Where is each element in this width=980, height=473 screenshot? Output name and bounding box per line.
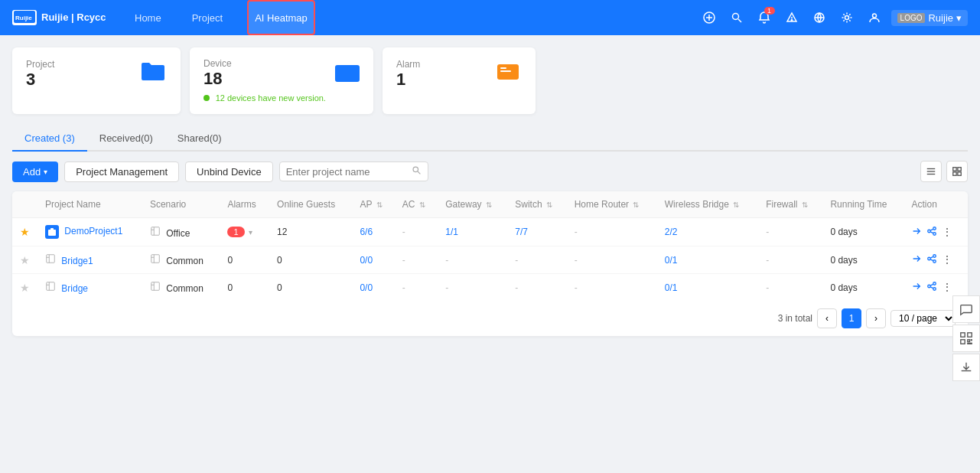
svg-rect-23	[958, 168, 961, 171]
home-router-sort-icon[interactable]: ⇅	[633, 201, 639, 209]
svg-rect-62	[968, 343, 972, 344]
col-ac: AC ⇅	[395, 191, 438, 218]
row3-share-icon[interactable]	[926, 281, 937, 294]
row1-home-router: -	[567, 218, 657, 246]
row3-firewall: -	[758, 274, 822, 302]
svg-line-44	[931, 256, 934, 258]
device-icon	[335, 65, 360, 82]
row2-online-guests: 0	[269, 246, 352, 274]
user-icon-btn[interactable]	[864, 7, 885, 28]
gateway-sort-icon[interactable]: ⇅	[486, 201, 492, 209]
row2-project-name[interactable]: Bridge1	[61, 256, 93, 266]
row1-enter-icon[interactable]	[911, 226, 922, 239]
row2-ac: -	[395, 246, 438, 274]
row3-more-icon[interactable]: ⋮	[942, 281, 952, 294]
add-icon-btn[interactable]	[698, 7, 720, 28]
row1-project-name[interactable]: DemoProject1	[64, 226, 122, 236]
next-page-btn[interactable]: ›	[866, 308, 886, 328]
search-input[interactable]	[286, 166, 409, 178]
row3-project-name[interactable]: Bridge	[61, 283, 88, 294]
col-ap: AP ⇅	[352, 191, 394, 218]
project-management-button[interactable]: Project Management	[64, 161, 179, 182]
svg-line-45	[931, 259, 934, 261]
page-1-btn[interactable]: 1	[842, 308, 861, 328]
prev-page-btn[interactable]: ‹	[817, 308, 837, 328]
row3-wireless-bridge[interactable]: 0/1	[657, 274, 758, 302]
grid-view-icon[interactable]	[946, 161, 968, 182]
notification-icon-btn[interactable]: 1	[754, 7, 775, 28]
row1-action-icons: ⋮	[911, 226, 960, 239]
add-button[interactable]: Add ▾	[12, 161, 58, 182]
row1-alarm-badge: 1	[227, 227, 244, 237]
row2-enter-icon[interactable]	[911, 253, 922, 266]
data-table: Project Name Scenario Alarms Online Gues…	[12, 191, 968, 301]
row2-scenario-icon	[150, 256, 163, 266]
row1-switch[interactable]: 7/7	[507, 218, 566, 246]
top-navigation: Ruijie Ruijie | Rcycc Home Project AI He…	[0, 0, 980, 35]
row1-gateway[interactable]: 1/1	[438, 218, 507, 246]
switch-sort-icon[interactable]: ⇅	[546, 201, 552, 209]
nav-project[interactable]: Project	[186, 0, 229, 35]
nav-home[interactable]: Home	[129, 0, 168, 35]
per-page-select[interactable]: 10 / page 20 / page 50 / page	[890, 310, 956, 327]
row3-online-guests: 0	[269, 274, 352, 302]
alarm-icon	[494, 58, 522, 90]
search-icon-btn[interactable]	[726, 7, 747, 28]
svg-point-32	[933, 232, 936, 235]
unbind-device-button[interactable]: Unbind Device	[185, 161, 273, 182]
svg-rect-46	[47, 282, 55, 291]
svg-point-54	[933, 288, 936, 291]
settings-icon-btn[interactable]	[836, 7, 858, 28]
chat-float-btn[interactable]	[952, 295, 980, 323]
qr-float-btn[interactable]	[952, 325, 980, 348]
col-wireless-bridge: Wireless Bridge ⇅	[657, 191, 758, 218]
col-gateway: Gateway ⇅	[438, 191, 507, 218]
col-scenario: Scenario	[142, 191, 220, 218]
search-box[interactable]	[279, 161, 428, 181]
row1-ac: -	[395, 218, 438, 246]
svg-rect-49	[151, 282, 160, 291]
project-stat-value: 3	[26, 70, 54, 90]
row2-star[interactable]: ★	[20, 254, 30, 266]
row1-wireless-bridge[interactable]: 2/2	[657, 218, 758, 246]
ap-sort-icon[interactable]: ⇅	[376, 201, 383, 209]
tab-created[interactable]: Created (3)	[12, 126, 87, 152]
row2-more-icon[interactable]: ⋮	[942, 253, 952, 266]
svg-line-18	[418, 171, 420, 174]
wireless-bridge-sort-icon[interactable]: ⇅	[733, 201, 739, 209]
alert-icon-btn[interactable]	[781, 7, 803, 28]
row2-ap[interactable]: 0/0	[352, 246, 394, 274]
tab-shared[interactable]: Shared(0)	[165, 126, 234, 152]
globe-icon-btn[interactable]	[809, 7, 830, 28]
svg-line-7	[738, 19, 741, 22]
row3-running-time: 0 days	[822, 274, 903, 302]
svg-rect-25	[958, 172, 961, 175]
row2-wireless-bridge[interactable]: 0/1	[657, 246, 758, 274]
col-alarms: Alarms	[220, 191, 269, 218]
row3-ac: -	[395, 274, 438, 302]
row1-more-icon[interactable]: ⋮	[942, 226, 952, 239]
project-stat-card: Project 3	[12, 47, 181, 114]
row1-online-guests: 12	[269, 218, 352, 246]
row1-ap[interactable]: 6/6	[352, 218, 394, 246]
nav-ai-heatmap[interactable]: AI Heatmap	[247, 0, 315, 35]
row2-alarm: 0	[220, 246, 269, 274]
row3-star[interactable]: ★	[20, 282, 30, 294]
row1-alarm-arrow[interactable]: ▾	[249, 228, 252, 236]
ac-sort-icon[interactable]: ⇅	[419, 201, 425, 209]
table-row: ★ Bridge Common 0 0	[12, 274, 968, 302]
user-dropdown[interactable]: LOGO Ruijie ▾	[891, 10, 968, 26]
row3-ap[interactable]: 0/0	[352, 274, 394, 302]
row3-scenario: Common	[166, 283, 203, 294]
list-view-icon[interactable]	[920, 161, 942, 182]
chevron-down-icon: ▾	[956, 12, 962, 24]
firewall-sort-icon[interactable]: ⇅	[802, 201, 808, 209]
svg-rect-35	[47, 255, 55, 263]
row2-share-icon[interactable]	[926, 253, 937, 266]
row1-share-icon[interactable]	[926, 226, 937, 239]
tab-received[interactable]: Received(0)	[87, 126, 165, 152]
svg-rect-59	[961, 340, 965, 344]
row3-enter-icon[interactable]	[911, 281, 922, 294]
row2-switch: -	[507, 246, 566, 274]
row1-star[interactable]: ★	[20, 226, 30, 238]
